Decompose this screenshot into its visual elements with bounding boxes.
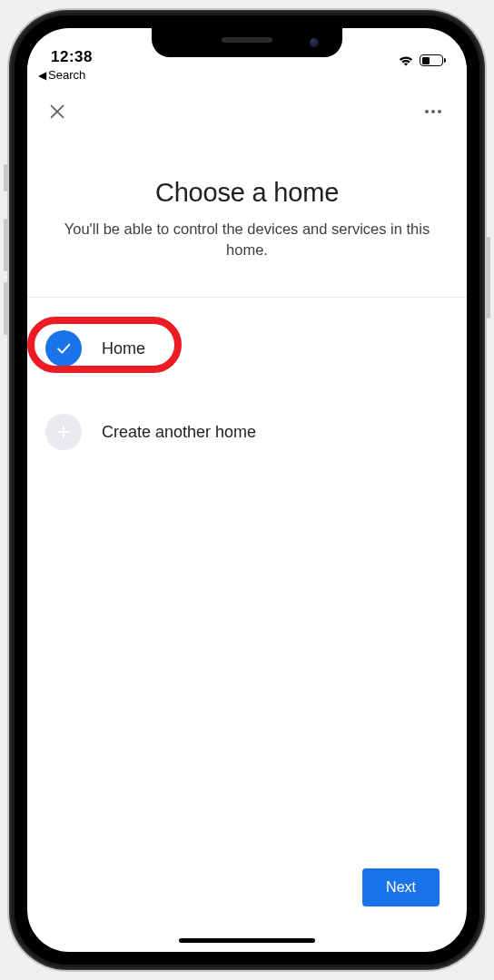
speaker-grille [222,37,272,43]
home-option-create[interactable]: Create another home [31,405,463,459]
volume-up [4,219,7,271]
home-option-existing[interactable]: Home [31,321,463,376]
page-subtitle: You'll be able to control the devices an… [53,219,441,260]
back-app-label: Search [48,68,85,82]
screen: 12:38 ◀︎ Search [27,28,467,952]
option-label: Create another home [102,423,256,442]
front-camera [310,38,319,47]
plus-icon [45,414,82,450]
volume-down [4,282,7,335]
page-title: Choose a home [53,178,441,208]
silent-switch [4,164,7,191]
status-time: 12:38 [51,48,93,66]
wifi-icon [398,54,414,66]
more-icon [425,110,429,113]
power-button [487,237,490,318]
chevron-left-icon: ◀︎ [38,69,46,82]
battery-icon [420,54,443,66]
phone-frame: 12:38 ◀︎ Search [9,10,485,970]
more-menu-button[interactable] [420,98,447,125]
close-button[interactable] [47,102,67,122]
option-label: Home [102,339,145,358]
home-indicator[interactable] [179,938,315,943]
home-options-list: Home Create another home [27,298,467,459]
next-button[interactable]: Next [362,868,440,906]
check-icon [45,330,82,367]
back-to-app[interactable]: ◀︎ Search [27,68,467,85]
notch [152,28,342,57]
close-icon [47,102,67,122]
